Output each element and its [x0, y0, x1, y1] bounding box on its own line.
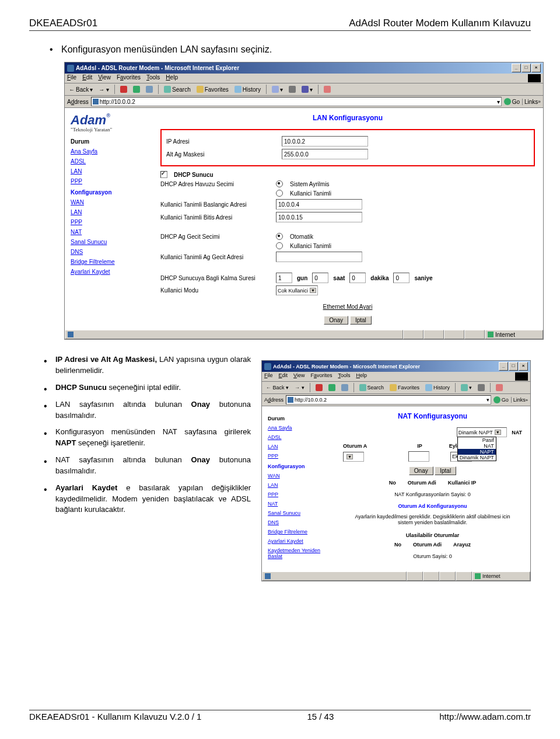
lease-sec-input[interactable]: 0: [393, 273, 410, 283]
menu-tools[interactable]: Tools: [146, 74, 160, 82]
mask-input[interactable]: 255.0.0.0: [282, 149, 368, 159]
refresh-button[interactable]: [131, 85, 142, 93]
dhcp-checkbox[interactable]: [160, 171, 167, 178]
onay-button2[interactable]: Onay: [409, 466, 433, 475]
nav-lan[interactable]: LAN: [71, 168, 146, 175]
back-button[interactable]: ← Back ▾: [264, 384, 290, 391]
nav-nat2[interactable]: NAT: [268, 501, 329, 507]
ip-field[interactable]: [408, 451, 429, 462]
edit-button[interactable]: ▾: [300, 85, 314, 93]
close-button[interactable]: ×: [531, 64, 541, 72]
lease-day-input[interactable]: 1: [276, 273, 292, 283]
print-button[interactable]: [287, 85, 298, 93]
menu-file[interactable]: File: [67, 74, 76, 82]
menu-favorites[interactable]: Favorites: [310, 372, 332, 381]
stop-button[interactable]: [118, 85, 129, 93]
close-button[interactable]: ×: [519, 362, 528, 371]
nat-select[interactable]: Dinamik NAPT▼ Pasif NAT NAPT Dinamik NAP…: [457, 427, 507, 437]
lease-min-input[interactable]: 0: [349, 273, 366, 283]
gw-radio1[interactable]: [276, 233, 283, 240]
mode-select[interactable]: Cok Kullanici▼: [276, 285, 318, 295]
mail-button[interactable]: ▾: [270, 85, 285, 93]
end-input[interactable]: 10.0.0.15: [276, 212, 362, 222]
history-button[interactable]: History: [424, 384, 452, 392]
menu-file[interactable]: File: [264, 372, 273, 381]
nav-ppp[interactable]: PPP: [71, 178, 146, 184]
lease-hour-input[interactable]: 0: [312, 273, 328, 283]
nav-dns2[interactable]: DNS: [268, 520, 329, 525]
nav-lan4[interactable]: LAN: [268, 482, 329, 488]
nav-sanal2[interactable]: Sanal Sunucu: [268, 510, 329, 516]
stop-button[interactable]: [314, 384, 324, 392]
intro-bullet: Konfigurasyon menüsünden LAN sayfasını s…: [50, 43, 531, 56]
bullet-3: LAN sayfasının altında bulunan Onay buto…: [44, 399, 251, 421]
nav-lan3[interactable]: LAN: [268, 444, 329, 449]
minimize-button[interactable]: _: [512, 64, 521, 72]
nav-dns[interactable]: DNS: [71, 249, 146, 255]
history-button[interactable]: History: [233, 85, 262, 93]
menu-view[interactable]: View: [98, 74, 111, 82]
go-button[interactable]: Go: [504, 98, 520, 105]
go-button2[interactable]: Go: [494, 396, 509, 403]
nav-lan2[interactable]: LAN: [71, 209, 146, 215]
nav-anasayfa[interactable]: Ana Sayfa: [71, 148, 146, 155]
menu-favorites[interactable]: Favorites: [117, 74, 141, 82]
nav-anasayfa2[interactable]: Ana Sayfa: [268, 425, 329, 431]
tool-extra-button[interactable]: [322, 85, 332, 93]
menu-help[interactable]: Help: [356, 372, 367, 381]
maximize-button[interactable]: □: [522, 64, 531, 72]
gw-radio2[interactable]: [276, 242, 283, 249]
start-label: Kullanici Tanimli Baslangic Adresi: [160, 201, 271, 208]
links-button[interactable]: Links »: [522, 99, 541, 105]
menu-tools[interactable]: Tools: [338, 372, 350, 381]
nav-adsl[interactable]: ADSL: [71, 158, 146, 165]
eth-link[interactable]: Ethernet Mod Ayari: [323, 304, 373, 310]
favorites-button[interactable]: Favorites: [388, 384, 421, 392]
favorites-button[interactable]: Favorites: [195, 85, 230, 93]
menu-edit[interactable]: Edit: [82, 74, 92, 82]
nav-bridge[interactable]: Bridge Filtreleme: [71, 259, 146, 265]
nav-wan[interactable]: WAN: [71, 199, 146, 205]
menu-view[interactable]: View: [293, 372, 304, 381]
refresh-button[interactable]: [327, 384, 337, 392]
start-input[interactable]: 10.0.0.4: [276, 199, 362, 210]
ip-input[interactable]: 10.0.0.2: [282, 136, 368, 147]
gwaddr-input[interactable]: [276, 252, 362, 262]
nav-sanal[interactable]: Sanal Sunucu: [71, 239, 146, 245]
maximize-button[interactable]: □: [509, 362, 518, 371]
iptal-button[interactable]: Iptal: [350, 316, 372, 325]
pool-radio2[interactable]: [276, 190, 283, 197]
forward-button[interactable]: → ▾: [293, 384, 306, 391]
pool-radio1[interactable]: [276, 180, 283, 187]
nav-ppp3[interactable]: PPP: [268, 453, 329, 459]
extra-button[interactable]: [494, 384, 505, 392]
nav-kaydet[interactable]: Ayarlari Kaydet: [71, 269, 146, 275]
search-button[interactable]: Search: [162, 85, 192, 93]
nav-ppp4[interactable]: PPP: [268, 491, 329, 497]
address-input[interactable]: http://10.0.0.2▾: [91, 97, 502, 106]
nav-wan2[interactable]: WAN: [268, 473, 329, 479]
nav-bridge2[interactable]: Bridge Filtreleme: [268, 529, 329, 535]
address-input2[interactable]: http://10.0.0.2▾: [286, 395, 491, 405]
menu-edit[interactable]: Edit: [279, 372, 288, 381]
forward-button[interactable]: → ▾: [97, 86, 111, 93]
nat-dropdown[interactable]: Pasif NAT NAPT Dinamik NAPT: [457, 437, 496, 461]
nav-restart[interactable]: Kaydetmeden Yeniden Baslat: [268, 548, 329, 559]
onay-button[interactable]: Onay: [324, 316, 348, 325]
iptal-button2[interactable]: Iptal: [435, 466, 456, 475]
th-oa2: Oturum Adi: [413, 542, 442, 548]
nav-kaydet2[interactable]: Ayarlari Kaydet: [268, 538, 329, 544]
nav-ppp2[interactable]: PPP: [71, 219, 146, 225]
nav-nat[interactable]: NAT: [71, 229, 146, 235]
back-button[interactable]: ← Back ▾: [67, 86, 94, 93]
links-button2[interactable]: Links »: [511, 397, 528, 403]
home-button[interactable]: [144, 85, 155, 93]
nav-adsl2[interactable]: ADSL: [268, 434, 329, 440]
search-button[interactable]: Search: [358, 384, 386, 392]
print-button[interactable]: [476, 384, 487, 392]
menu-help[interactable]: Help: [166, 74, 178, 82]
minimize-button[interactable]: _: [499, 362, 508, 371]
home-button[interactable]: [340, 384, 350, 392]
mail-button[interactable]: ▾: [459, 384, 474, 392]
oturum-select[interactable]: ▼: [343, 452, 364, 462]
